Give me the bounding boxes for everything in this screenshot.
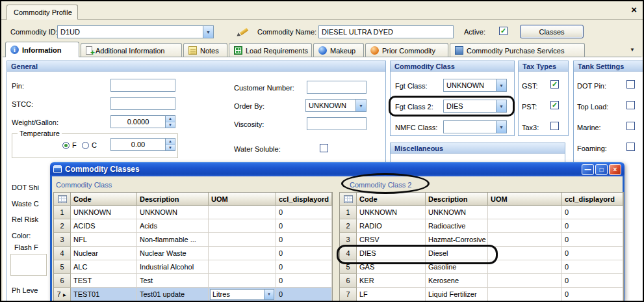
edit-pencil-icon[interactable] — [237, 25, 250, 38]
row-selector[interactable]: 6 — [54, 274, 71, 288]
cell-code[interactable]: UNKNOWN — [357, 206, 426, 219]
column-header-description[interactable]: Description — [137, 193, 209, 206]
table-row[interactable]: 2RADIORadioactive0 — [340, 219, 623, 233]
cell-displayorder[interactable]: 0 — [276, 260, 332, 274]
chevron-down-icon[interactable] — [203, 26, 213, 38]
cell-uom[interactable] — [209, 247, 276, 260]
top-load-checkbox[interactable] — [626, 101, 635, 109]
pst-checkbox[interactable] — [550, 101, 559, 109]
table-row[interactable]: 6TESTTest0 — [54, 274, 332, 288]
tab-additional-information[interactable]: Additional Information — [81, 43, 182, 57]
column-header-description[interactable]: Description — [426, 193, 488, 206]
viscosity-input[interactable] — [307, 117, 367, 130]
spinner-buttons[interactable] — [165, 139, 175, 150]
temperature-spinner[interactable]: 0.00 — [110, 138, 175, 151]
cell-description[interactable]: Liquid Fertilizer — [426, 288, 488, 301]
fgt-class-combobox[interactable]: UNKNOWN — [443, 79, 507, 92]
column-header-code[interactable]: Code — [71, 193, 137, 206]
cell-displayorder[interactable]: 0 — [562, 274, 623, 288]
table-row[interactable]: 5ALCIndustrial Alcohol0 — [54, 260, 332, 274]
tab-prior-commodity[interactable]: Prior Commodity — [365, 43, 448, 57]
row-selector[interactable]: 6 — [340, 274, 357, 288]
cell-displayorder[interactable]: 0 — [562, 219, 623, 233]
cell-code[interactable]: TEST — [71, 274, 137, 288]
cell-description[interactable]: Acids — [137, 219, 209, 233]
water-soluble-checkbox[interactable] — [320, 144, 328, 152]
spin-up-icon[interactable] — [166, 116, 175, 122]
cell-uom[interactable] — [488, 260, 562, 274]
tab-overflow-chevron-icon[interactable]: ▼ — [630, 47, 635, 53]
pin-input[interactable] — [110, 79, 175, 92]
celsius-radio[interactable] — [82, 142, 89, 149]
nmfc-class-combobox[interactable] — [443, 120, 507, 133]
cell-uom[interactable] — [488, 247, 562, 260]
table-row[interactable]: 3NFLNon-flammable ...0 — [54, 233, 332, 247]
weight-gallon-spinner[interactable]: 0.0000 — [110, 115, 175, 128]
tab-notes[interactable]: Notes — [183, 43, 227, 57]
cell-displayorder[interactable]: 0 — [276, 219, 332, 233]
chevron-down-icon[interactable] — [496, 121, 506, 133]
flash-field-fragment[interactable] — [10, 254, 47, 276]
cell-uom[interactable] — [209, 219, 276, 233]
order-by-combobox[interactable]: UNKNOWN — [305, 99, 367, 112]
cell-displayorder[interactable]: 0 — [562, 288, 623, 301]
grid-selector-header[interactable] — [340, 193, 357, 206]
cell-uom[interactable]: Litres — [209, 288, 276, 301]
cell-description[interactable]: Test01 update — [137, 288, 209, 301]
cell-displayorder[interactable]: 0 — [562, 233, 623, 247]
stcc-input[interactable] — [110, 97, 175, 110]
tab-commodity-purchase-services[interactable]: Commodity Purchase Services — [450, 43, 585, 57]
chevron-down-icon[interactable] — [496, 79, 506, 91]
close-icon[interactable]: × — [631, 5, 637, 14]
classes-button[interactable]: Classes — [520, 25, 584, 38]
cell-uom[interactable] — [488, 219, 562, 233]
row-selector[interactable]: 3 — [54, 233, 71, 247]
cell-code[interactable]: LF — [357, 288, 426, 301]
cell-code[interactable]: TEST01 — [71, 288, 137, 301]
minimize-button[interactable]: — — [582, 164, 594, 175]
cell-uom[interactable] — [488, 288, 562, 301]
cell-code[interactable]: KER — [357, 274, 426, 288]
cell-description[interactable]: UNKNOWN — [426, 206, 488, 219]
row-selector[interactable]: 2 — [54, 219, 71, 233]
table-row[interactable]: 7LFLiquid Fertilizer0 — [340, 288, 623, 301]
row-selector[interactable]: 7 — [340, 288, 357, 301]
cell-description[interactable]: Kerosene — [426, 274, 488, 288]
cell-displayorder[interactable]: 0 — [276, 288, 332, 301]
cell-uom[interactable] — [488, 206, 562, 219]
dialog-close-button[interactable]: × — [609, 164, 621, 175]
tab-makeup[interactable]: Makeup — [313, 43, 364, 57]
table-row[interactable]: 6KERKerosene0 — [340, 274, 623, 288]
cell-description[interactable]: Non-flammable ... — [137, 233, 209, 247]
table-row[interactable]: 1UNKNOWNUNKNOWN0 — [340, 206, 623, 219]
column-header-ccl-displayord[interactable]: ccl_displayord — [276, 193, 332, 206]
cell-uom[interactable] — [209, 233, 276, 247]
cell-displayorder[interactable]: 0 — [276, 274, 332, 288]
table-row[interactable]: 1UNKNOWNUNKNOWN0 — [54, 206, 332, 219]
tab-information[interactable]: Information — [5, 42, 79, 57]
cell-uom[interactable] — [488, 274, 562, 288]
row-selector[interactable]: 1 — [54, 206, 71, 219]
cell-description[interactable]: Radioactive — [426, 219, 488, 233]
spinner-buttons[interactable] — [165, 116, 175, 128]
commodity-name-input[interactable]: DIESEL ULTRA DYED — [318, 25, 454, 38]
cell-code[interactable]: ALC — [71, 260, 137, 274]
document-tab-commodity-profile[interactable]: Commodity Profile — [6, 5, 78, 20]
row-selector[interactable]: 1 — [340, 206, 357, 219]
grid-selector-header[interactable] — [54, 193, 71, 206]
tax3-checkbox[interactable] — [550, 122, 559, 130]
dialog-titlebar[interactable]: Commodity Classes — □ × — [50, 162, 625, 176]
cell-uom[interactable] — [488, 233, 562, 247]
row-selector[interactable]: 7 — [54, 288, 71, 301]
active-checkbox[interactable] — [499, 27, 508, 35]
row-selector[interactable]: 5 — [54, 260, 71, 274]
column-header-uom[interactable]: UOM — [488, 193, 562, 206]
cell-displayorder[interactable]: 0 — [562, 247, 623, 260]
fahrenheit-radio[interactable] — [62, 142, 70, 149]
tab-load-requirements[interactable]: Load Requirements — [229, 43, 312, 57]
uom-combobox[interactable]: Litres — [210, 289, 274, 300]
cell-displayorder[interactable]: 0 — [276, 206, 332, 219]
cell-code[interactable]: ACIDS — [71, 219, 137, 233]
cell-code[interactable]: UNKNOWN — [71, 206, 137, 219]
cell-displayorder[interactable]: 0 — [276, 233, 332, 247]
